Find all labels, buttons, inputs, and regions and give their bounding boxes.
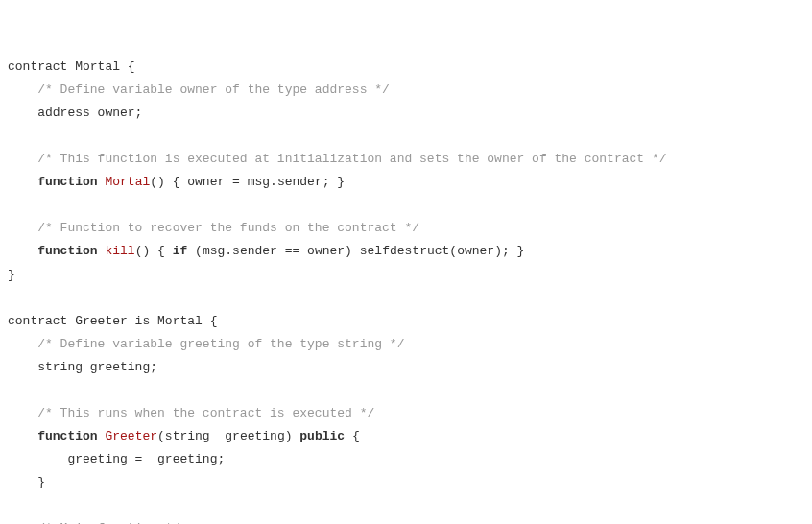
identifier-kill: kill — [105, 244, 134, 258]
keyword-function: function — [37, 244, 97, 258]
code-line: contract Mortal { — [8, 60, 135, 74]
code-mid: () { — [135, 244, 173, 258]
comment: /* Define variable owner of the type add… — [8, 83, 390, 97]
comment: /* This function is executed at initiali… — [8, 152, 667, 166]
comment: /* Function to recover the funds on the … — [8, 221, 419, 235]
code-rest: (msg.sender == owner) selfdestruct(owner… — [187, 244, 524, 258]
comment: /* This runs when the contract is execut… — [8, 406, 374, 420]
identifier-greeter: Greeter — [105, 429, 157, 443]
keyword-function: function — [37, 175, 97, 189]
code-line: contract Greeter is Mortal { — [8, 314, 217, 328]
code-line: } — [8, 268, 15, 282]
code-mid: (string _greeting) — [157, 429, 299, 443]
indent — [8, 175, 37, 189]
code-line: address owner; — [8, 106, 142, 120]
keyword-public: public — [299, 429, 345, 443]
keyword-function: function — [37, 429, 97, 443]
code-line: greeting = _greeting; — [8, 452, 225, 466]
indent — [8, 244, 37, 258]
indent — [8, 429, 37, 443]
code-rest: { — [345, 429, 360, 443]
code-block: contract Mortal { /* Define variable own… — [8, 56, 804, 524]
code-line: } — [8, 475, 45, 489]
code-line: string greeting; — [8, 360, 157, 374]
comment: /* Define variable greeting of the type … — [8, 337, 404, 351]
keyword-if: if — [173, 244, 188, 258]
identifier-mortal: Mortal — [105, 175, 150, 189]
code-rest: () { owner = msg.sender; } — [150, 175, 345, 189]
